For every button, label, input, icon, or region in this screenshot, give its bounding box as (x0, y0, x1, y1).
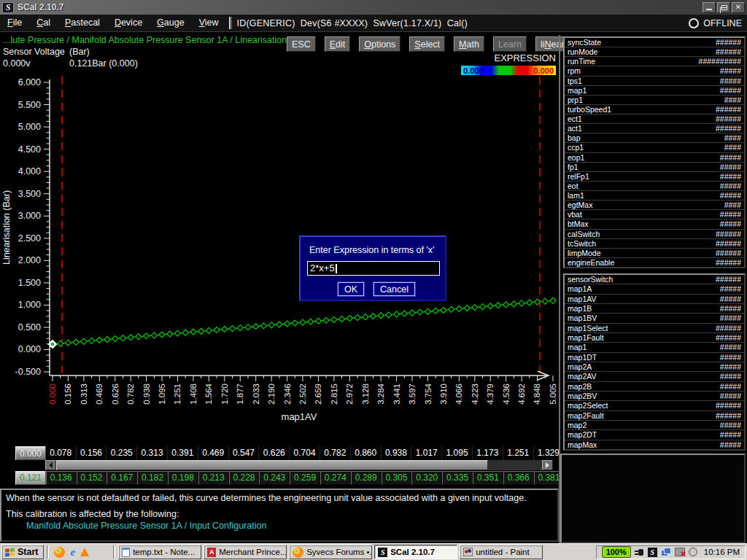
watch-row-map1AV[interactable]: map1AV##### (565, 295, 744, 304)
watch-row-map2Select[interactable]: map2Select###### (565, 401, 744, 411)
watch-row-map2Fault[interactable]: map2Fault###### (565, 411, 744, 421)
data-point[interactable] (433, 308, 438, 314)
battery-indicator[interactable]: 100% (602, 546, 631, 558)
watch-row-ect1[interactable]: ect1###### (565, 114, 744, 124)
watch-row-runMode[interactable]: runMode###### (565, 47, 744, 57)
watch-row-eot[interactable]: eot##### (565, 182, 744, 191)
table-cell[interactable]: 1.017 (411, 446, 442, 460)
watch-row-map2AV[interactable]: map2AV##### (565, 372, 744, 381)
close-button[interactable]: ✕ (732, 2, 745, 13)
cancel-button[interactable]: Cancel (374, 282, 415, 296)
watch-row-map2A[interactable]: map2A##### (565, 362, 744, 372)
vlc-icon[interactable] (80, 548, 89, 556)
watch-row-map1Fault[interactable]: map1Fault###### (565, 333, 744, 343)
data-point[interactable] (81, 338, 87, 344)
scheduler-tray-icon[interactable] (689, 548, 697, 556)
data-point[interactable] (542, 298, 548, 304)
data-point[interactable] (144, 333, 150, 339)
watch-row-tps1[interactable]: tps1##### (565, 77, 744, 86)
taskbar-task[interactable]: SSCal 2.10.7 (374, 545, 457, 559)
watch-row-map1DT[interactable]: map1DT##### (565, 353, 744, 362)
taskbar-task[interactable]: AMerchant Prince... (204, 545, 287, 559)
table-cell[interactable]: 0.391 (168, 446, 198, 460)
data-point[interactable] (487, 303, 493, 309)
table-cell[interactable]: 0.198 (168, 471, 198, 485)
data-point[interactable] (347, 316, 352, 322)
watch-row-vbat[interactable]: vbat##### (565, 210, 744, 219)
table-cell[interactable]: 1.251 (503, 446, 534, 460)
table-cell[interactable]: 0.704 (290, 446, 320, 460)
data-point[interactable] (253, 324, 259, 330)
data-point[interactable] (511, 301, 516, 307)
data-point[interactable] (245, 324, 251, 330)
data-point[interactable] (370, 314, 376, 319)
data-point[interactable] (527, 300, 533, 306)
data-point[interactable] (472, 305, 478, 311)
table-cell[interactable]: 0.136 (46, 471, 77, 485)
watch-row-turboSpeed1[interactable]: turboSpeed1###### (565, 105, 744, 114)
watch-row-egtMax[interactable]: egtMax#### (565, 201, 744, 210)
data-point[interactable] (136, 334, 142, 340)
watch-row-btMax[interactable]: btMax##### (565, 219, 744, 229)
watch-row-prp1[interactable]: prp1#### (565, 96, 744, 105)
data-point[interactable] (65, 340, 71, 346)
data-point[interactable] (89, 338, 95, 343)
watch-row-syncState[interactable]: syncState###### (565, 38, 744, 47)
watch-row-engineEnable[interactable]: engineEnable###### (565, 258, 744, 267)
watch-row-eop1[interactable]: eop1##### (565, 153, 744, 163)
start-button[interactable]: Start (1, 545, 44, 559)
table-cell[interactable]: 0.469 (198, 446, 229, 460)
data-point[interactable] (230, 326, 236, 332)
table-cell[interactable]: 0.121 (15, 471, 46, 485)
data-point[interactable] (73, 339, 79, 345)
table-cell[interactable]: 0.335 (442, 471, 473, 485)
data-point[interactable] (112, 336, 118, 342)
table-cell[interactable]: 0.152 (77, 471, 107, 485)
table-cell[interactable]: 0.259 (290, 471, 320, 485)
watch-row-mapMax[interactable]: mapMax##### (565, 440, 744, 449)
taskbar-task[interactable]: Syvecs Forums •... (289, 545, 372, 559)
data-point[interactable] (167, 331, 173, 337)
watch-row-map1Select[interactable]: map1Select###### (565, 324, 744, 333)
table-cell[interactable]: 0.782 (320, 446, 351, 460)
data-point[interactable] (449, 306, 454, 312)
data-point[interactable] (363, 314, 368, 320)
data-point[interactable] (519, 300, 525, 306)
data-point[interactable] (206, 327, 212, 333)
table-cell[interactable]: 0.313 (137, 446, 168, 460)
data-point[interactable] (151, 332, 157, 338)
watch-row-limpMode[interactable]: limpMode###### (565, 249, 744, 258)
data-point[interactable] (339, 316, 345, 322)
data-point[interactable] (456, 306, 462, 311)
data-point[interactable] (128, 335, 133, 341)
syvecs-tray-icon[interactable]: S (648, 548, 657, 557)
data-point[interactable] (394, 311, 400, 317)
watch-row-fp1[interactable]: fp1##### (565, 163, 744, 172)
data-point[interactable] (292, 320, 298, 326)
data-point[interactable] (260, 323, 266, 329)
watch-row-sensorSwitch[interactable]: sensorSwitch###### (565, 275, 744, 284)
table-cell[interactable]: 0.938 (382, 446, 412, 460)
data-point[interactable] (425, 308, 431, 314)
data-point[interactable] (355, 315, 360, 321)
watch-row-map2DT[interactable]: map2DT##### (565, 430, 744, 440)
data-point[interactable] (503, 302, 509, 308)
data-point[interactable] (237, 325, 243, 331)
watch-row-act1[interactable]: act1###### (565, 124, 744, 133)
watch-row-map1A[interactable]: map1A##### (565, 284, 744, 294)
table-cell[interactable]: 0.274 (320, 471, 351, 485)
table-cell[interactable]: 1.095 (442, 446, 473, 460)
data-point[interactable] (409, 310, 415, 316)
data-point[interactable] (441, 307, 446, 313)
data-point[interactable] (222, 326, 228, 332)
watch-row-map1[interactable]: map1##### (565, 86, 744, 96)
table-cell[interactable]: 0.078 (46, 446, 77, 460)
data-point[interactable] (308, 319, 314, 324)
scrollbar-track[interactable] (488, 460, 542, 470)
taskbar-task[interactable]: temp.txt - Note... (118, 545, 201, 559)
ie-icon[interactable]: e (70, 547, 75, 558)
watch-row-map1B[interactable]: map1B##### (565, 304, 744, 314)
data-point[interactable] (401, 311, 407, 316)
network-icon[interactable] (661, 548, 671, 556)
data-point[interactable] (198, 328, 204, 334)
